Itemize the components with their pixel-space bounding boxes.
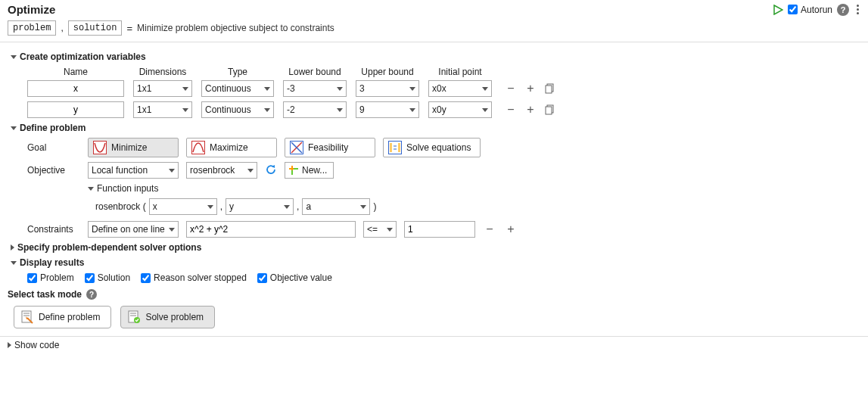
goal-label: Goal <box>27 142 80 153</box>
section-create-variables[interactable]: Create optimization variables <box>11 51 860 62</box>
new-function-button[interactable]: New... <box>285 162 334 179</box>
svg-rect-19 <box>294 168 298 170</box>
svg-rect-18 <box>291 170 293 175</box>
section-function-inputs[interactable]: Function inputs <box>88 183 860 194</box>
menu-icon[interactable] <box>854 3 862 16</box>
var-name-input[interactable] <box>27 80 124 97</box>
constraint-op-select[interactable]: <= <box>363 221 397 238</box>
solve-problem-button[interactable]: Solve problem <box>120 306 215 328</box>
chevron-down-icon <box>11 126 17 130</box>
variable-headers: Name Dimensions Type Lower bound Upper b… <box>27 67 860 77</box>
show-code-toggle[interactable]: Show code <box>8 340 860 350</box>
chevron-right-icon <box>8 342 11 348</box>
svg-rect-2 <box>546 86 552 93</box>
constraint-mode-select[interactable]: Define on one line <box>88 221 179 238</box>
var-name-input[interactable] <box>27 101 124 118</box>
chevron-right-icon <box>11 244 14 251</box>
constraint-rhs-input[interactable] <box>404 221 475 238</box>
constraints-label: Constraints <box>27 224 80 235</box>
remove-constraint-icon[interactable]: − <box>483 223 496 236</box>
constraint-lhs-input[interactable] <box>186 221 356 238</box>
output-solution[interactable]: solution <box>68 20 123 36</box>
svg-marker-0 <box>774 5 782 14</box>
var-type-select[interactable]: Continuous <box>201 101 274 118</box>
page-title: Optimize <box>8 3 55 16</box>
chevron-down-icon <box>11 261 17 265</box>
objective-source-select[interactable]: Local function <box>88 162 179 179</box>
help-icon[interactable]: ? <box>837 4 849 16</box>
display-problem-checkbox[interactable]: Problem <box>27 272 74 283</box>
goal-minimize-button[interactable]: Minimize <box>88 138 179 157</box>
objective-label: Objective <box>27 165 80 176</box>
var-upperbound-select[interactable]: 9 <box>356 101 419 118</box>
display-solution-checkbox[interactable]: Solution <box>85 272 130 283</box>
refresh-icon[interactable] <box>265 163 277 178</box>
signature-row: problem , solution = Minimize problem ob… <box>0 16 868 42</box>
function-name: rosenbrock ( <box>95 201 146 212</box>
chevron-down-icon <box>11 55 17 59</box>
display-objective-checkbox[interactable]: Objective value <box>257 272 332 283</box>
var-dimensions-select[interactable]: 1x1 <box>133 80 192 97</box>
section-define-problem[interactable]: Define problem <box>11 123 860 133</box>
section-display-results[interactable]: Display results <box>11 257 860 268</box>
var-dimensions-select[interactable]: 1x1 <box>133 101 192 118</box>
run-icon[interactable] <box>773 5 783 15</box>
svg-rect-11 <box>390 143 392 152</box>
define-problem-button[interactable]: Define problem <box>14 306 111 328</box>
task-mode-title: Select task mode <box>8 289 82 300</box>
var-lowerbound-select[interactable]: -3 <box>283 80 347 97</box>
goal-feasibility-button[interactable]: Feasibility <box>285 138 375 157</box>
fn-arg-select[interactable]: y <box>226 198 294 215</box>
copy-row-icon[interactable] <box>543 82 557 95</box>
output-problem[interactable]: problem <box>8 20 56 36</box>
section-solver-options[interactable]: Specify problem-dependent solver options <box>11 242 860 253</box>
goal-maximize-button[interactable]: Maximize <box>186 138 277 157</box>
display-reason-checkbox[interactable]: Reason solver stopped <box>141 272 247 283</box>
fn-arg-select[interactable]: x <box>149 198 217 215</box>
var-lowerbound-select[interactable]: -2 <box>283 101 347 118</box>
objective-function-select[interactable]: rosenbrock <box>186 162 257 179</box>
add-row-icon[interactable]: + <box>524 82 537 95</box>
autorun-checkbox[interactable]: Autorun <box>788 5 832 15</box>
copy-row-icon[interactable] <box>543 103 557 117</box>
var-initialpoint-select[interactable]: x0y <box>428 101 492 118</box>
var-initialpoint-select[interactable]: x0x <box>428 80 492 97</box>
svg-rect-14 <box>398 143 400 152</box>
fn-arg-select[interactable]: a <box>302 198 370 215</box>
help-icon[interactable]: ? <box>86 289 97 300</box>
variable-row: 1x1 Continuous -3 3 x0x − + <box>27 80 860 97</box>
add-constraint-icon[interactable]: + <box>504 223 518 236</box>
svg-rect-4 <box>546 107 552 114</box>
remove-row-icon[interactable]: − <box>504 82 518 95</box>
fn-sig-close: ) <box>373 201 376 212</box>
remove-row-icon[interactable]: − <box>504 103 518 117</box>
chevron-down-icon <box>88 187 94 191</box>
var-upperbound-select[interactable]: 3 <box>356 80 419 97</box>
variable-row: 1x1 Continuous -2 9 x0y − + <box>27 101 860 118</box>
equals-sign: = <box>126 23 132 34</box>
goal-solve-equations-button[interactable]: Solve equations <box>383 138 481 157</box>
autorun-label: Autorun <box>801 5 832 15</box>
add-row-icon[interactable]: + <box>524 103 537 117</box>
var-type-select[interactable]: Continuous <box>201 80 274 97</box>
signature-description: Minimize problem objective subject to co… <box>137 23 334 33</box>
